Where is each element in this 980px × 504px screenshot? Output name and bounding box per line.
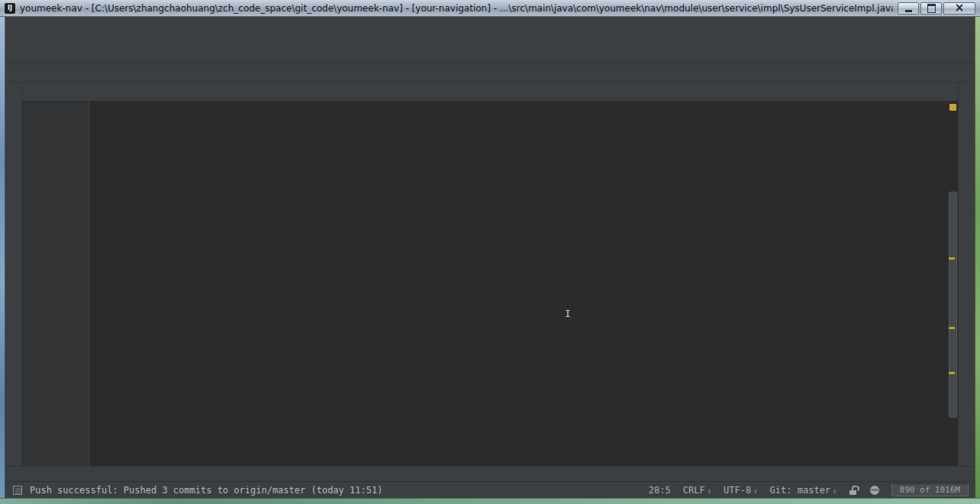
minimize-icon[interactable] xyxy=(898,2,919,15)
close-icon[interactable] xyxy=(943,2,975,15)
bottom-tool-window-bar xyxy=(5,466,975,481)
ide-window: I Push successful: Pushed 3 commits to o… xyxy=(5,17,975,498)
caret-position[interactable]: 28:5 xyxy=(649,485,671,496)
tool-window-toggle-icon[interactable] xyxy=(13,486,22,495)
encoding-selector[interactable]: UTF-8 xyxy=(724,485,758,496)
window-border-bottom xyxy=(0,498,980,504)
maximize-icon[interactable] xyxy=(920,2,942,15)
scrollbar-thumb[interactable] xyxy=(949,192,957,418)
memory-indicator[interactable]: 890 of 1016M xyxy=(891,483,969,496)
warning-stripe-mark[interactable] xyxy=(949,372,955,374)
editor-tab-bar xyxy=(22,82,958,102)
inspection-status-icon[interactable] xyxy=(949,104,956,111)
intellij-logo-icon: IJ xyxy=(5,3,15,14)
editor-scrollbar[interactable] xyxy=(948,102,958,466)
line-separator-selector[interactable]: CRLF xyxy=(683,485,711,496)
code-lines[interactable] xyxy=(22,102,958,466)
vcs-branch-selector[interactable]: Git: master xyxy=(770,485,837,496)
breadcrumb xyxy=(5,64,975,82)
window-border-right xyxy=(975,17,980,498)
main-toolbar xyxy=(5,40,975,64)
lock-icon[interactable] xyxy=(849,486,858,495)
hector-inspector-icon[interactable] xyxy=(870,486,879,495)
status-bar: Push successful: Pushed 3 commits to ori… xyxy=(5,481,975,498)
mouse-ibeam-cursor: I xyxy=(565,308,571,319)
right-tool-window-bar xyxy=(958,82,975,466)
warning-stripe-mark[interactable] xyxy=(949,327,955,329)
menu-bar xyxy=(5,17,975,40)
title-bar: IJ youmeek-nav - [C:\Users\zhangchaohuan… xyxy=(0,0,980,17)
left-tool-window-bar xyxy=(5,82,22,466)
warning-stripe-mark[interactable] xyxy=(949,257,955,260)
window-controls xyxy=(898,2,975,15)
window-title: youmeek-nav - [C:\Users\zhangchaohuang\z… xyxy=(20,3,893,14)
window-border-left xyxy=(0,17,5,498)
editor[interactable]: I xyxy=(22,102,958,466)
status-message: Push successful: Pushed 3 commits to ori… xyxy=(30,485,382,496)
